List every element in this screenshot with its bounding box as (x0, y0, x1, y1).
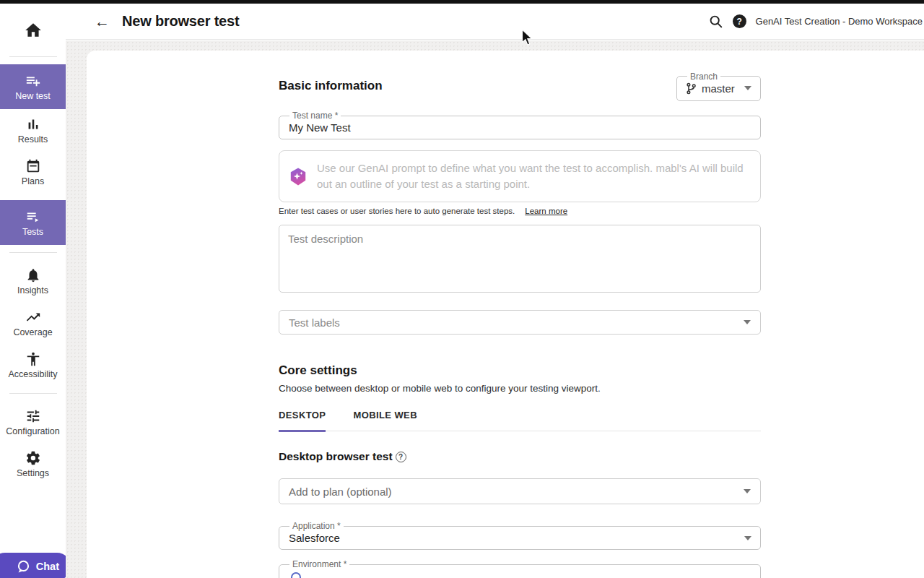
sidebar-item-plans[interactable]: Plans (0, 151, 66, 193)
sidebar-item-accessibility[interactable]: Accessibility (0, 344, 66, 386)
sidebar-item-settings[interactable]: Settings (0, 443, 66, 485)
chat-button[interactable]: Chat (0, 553, 66, 578)
add-to-plan-placeholder: Add to plan (optional) (289, 486, 392, 498)
test-labels-placeholder: Test labels (289, 316, 340, 329)
sidebar-item-label: Coverage (13, 327, 52, 337)
mouse-cursor (521, 29, 534, 49)
sidebar-item-label: Plans (22, 176, 44, 186)
environment-loading-indicator (291, 572, 301, 578)
application-select[interactable]: Application * Salesforce (279, 521, 761, 550)
help-icon[interactable]: ? (733, 14, 746, 28)
viewport-tabs: DESKTOP MOBILE WEB (279, 410, 761, 431)
plans-icon (25, 158, 41, 174)
new-test-icon (25, 73, 41, 89)
workspace-name[interactable]: GenAI Test Creation - Demo Workspace (756, 16, 923, 27)
branch-value: master (702, 82, 735, 95)
chevron-down-icon (744, 320, 751, 324)
add-to-plan-select[interactable]: Add to plan (optional) (279, 478, 761, 504)
sidebar: New test Results Plans Tests Insights Co… (0, 4, 66, 578)
help-outline-icon[interactable]: ? (396, 452, 406, 462)
environment-field[interactable]: Environment * (279, 559, 761, 578)
test-name-value: My New Test (288, 121, 751, 140)
genai-prompt-input[interactable]: Use our GenAI prompt to define what you … (279, 150, 761, 202)
genai-placeholder: Use our GenAI prompt to define what you … (317, 160, 749, 192)
top-header: ← New browser test ? GenAI Test Creation… (66, 4, 924, 40)
test-name-field[interactable]: Test name * My New Test (279, 111, 761, 139)
core-settings-heading: Core settings (279, 363, 761, 378)
chat-bubble-icon (16, 559, 31, 574)
results-icon (25, 116, 41, 132)
tab-mobile-web[interactable]: MOBILE WEB (353, 410, 417, 432)
git-branch-icon (686, 82, 697, 95)
environment-label: Environment * (289, 559, 349, 569)
home-icon (24, 21, 43, 40)
application-label: Application * (289, 521, 344, 531)
test-labels-select[interactable]: Test labels (279, 310, 761, 335)
sidebar-divider (9, 393, 57, 394)
form-card: Basic information Branch master Test nam… (87, 51, 924, 578)
tests-icon (25, 209, 41, 225)
basic-information-heading: Basic information (279, 79, 383, 93)
configuration-icon (25, 408, 41, 424)
sidebar-item-insights[interactable]: Insights (0, 260, 66, 302)
sidebar-item-label: Tests (22, 227, 43, 237)
chevron-down-icon (744, 489, 751, 493)
test-description-input[interactable] (279, 225, 761, 293)
core-settings-subtitle: Choose between desktop or mobile web to … (279, 383, 761, 394)
insights-icon (25, 267, 41, 283)
sidebar-item-results[interactable]: Results (0, 109, 66, 151)
settings-icon (25, 450, 41, 466)
branch-label: Branch (687, 72, 720, 82)
sidebar-item-new-test[interactable]: New test (0, 64, 66, 109)
sidebar-item-label: Configuration (6, 426, 59, 436)
page-title: New browser test (122, 13, 239, 30)
sidebar-item-label: Results (18, 134, 48, 144)
genai-caption: Enter test cases or user stories here to… (279, 207, 515, 215)
learn-more-link[interactable]: Learn more (525, 207, 567, 215)
sidebar-item-home[interactable] (0, 4, 66, 56)
chevron-down-icon (744, 536, 751, 540)
branch-selector[interactable]: Branch master (676, 72, 761, 101)
search-icon[interactable] (709, 14, 723, 29)
sidebar-divider (9, 252, 57, 253)
chat-label: Chat (36, 561, 59, 572)
sidebar-item-tests[interactable]: Tests (0, 200, 66, 245)
sidebar-item-label: New test (15, 91, 51, 101)
accessibility-icon (25, 351, 41, 367)
sidebar-item-coverage[interactable]: Coverage (0, 302, 66, 344)
chevron-down-icon (744, 86, 751, 90)
test-name-label: Test name * (289, 111, 341, 121)
sidebar-divider (9, 56, 57, 57)
top-black-bar (0, 0, 924, 4)
sidebar-item-label: Insights (17, 285, 48, 296)
genai-sparkle-icon (289, 167, 308, 186)
coverage-icon (25, 309, 41, 325)
back-arrow-icon[interactable]: ← (95, 14, 110, 29)
sidebar-item-label: Accessibility (8, 369, 57, 379)
application-value: Salesforce (289, 532, 340, 544)
sidebar-item-label: Settings (17, 468, 49, 478)
tab-desktop[interactable]: DESKTOP (279, 410, 326, 432)
desktop-browser-test-heading: Desktop browser test (279, 450, 393, 463)
sidebar-item-configuration[interactable]: Configuration (0, 401, 66, 443)
